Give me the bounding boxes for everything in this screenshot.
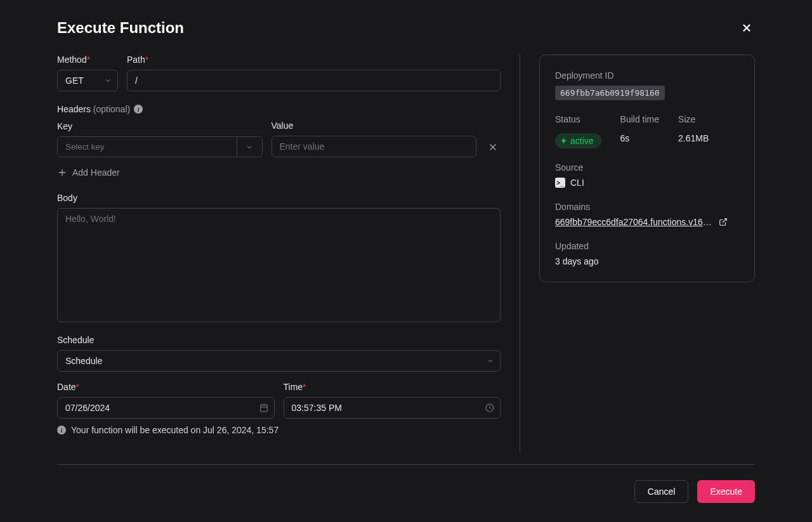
plus-icon: [57, 167, 67, 178]
modal-title: Execute Function: [57, 19, 184, 37]
date-input[interactable]: [57, 397, 275, 419]
schedule-label: Schedule: [57, 335, 501, 345]
time-label: Time*: [284, 382, 501, 392]
deployment-id-value[interactable]: 669fbb7a6b0919f98160: [555, 86, 665, 100]
deployment-id-label: Deployment ID: [555, 70, 739, 81]
key-label: Key: [57, 121, 263, 131]
cancel-button[interactable]: Cancel: [634, 480, 689, 503]
header-row: Key Value: [57, 121, 501, 157]
form-column: Method* GET Path*: [57, 55, 520, 453]
add-header-button[interactable]: Add Header: [57, 165, 120, 180]
date-label: Date*: [57, 382, 275, 392]
deployment-card: Deployment ID 669fbb7a6b0919f98160 Statu…: [539, 55, 755, 282]
external-link-icon: [719, 218, 728, 226]
size-value: 2.61MB: [678, 133, 709, 143]
path-group: Path*: [127, 55, 501, 91]
body-label: Body: [57, 193, 501, 203]
svg-line-11: [723, 219, 726, 223]
info-icon[interactable]: i: [134, 105, 143, 114]
body-input[interactable]: [57, 208, 501, 322]
header-value-input[interactable]: [272, 136, 477, 157]
build-time-label: Build time: [620, 114, 659, 124]
path-label: Path*: [127, 55, 501, 65]
path-input[interactable]: [127, 70, 501, 91]
body-group: Body: [57, 193, 501, 322]
header-key-dropdown-button[interactable]: [237, 137, 262, 157]
required-indicator: *: [76, 382, 79, 392]
method-select[interactable]: GET: [57, 70, 118, 91]
updated-label: Updated: [555, 241, 739, 251]
lightning-icon: [560, 137, 568, 145]
execute-button[interactable]: Execute: [697, 480, 755, 503]
status-label: Status: [555, 114, 601, 124]
info-icon: i: [57, 426, 66, 434]
size-label: Size: [678, 114, 709, 124]
updated-value: 3 days ago: [555, 256, 739, 266]
remove-header-button[interactable]: [485, 137, 501, 157]
domains-label: Domains: [555, 202, 739, 212]
source-label: Source: [555, 162, 739, 173]
status-badge: active: [555, 133, 601, 148]
modal-footer: Cancel Execute: [57, 464, 755, 503]
build-time-value: 6s: [620, 133, 659, 143]
execute-function-modal: Execute Function Method* GET: [0, 0, 812, 522]
headers-label: Headers (optional): [57, 104, 130, 114]
terminal-icon: >_: [555, 178, 565, 188]
source-value: >_ CLI: [555, 178, 739, 188]
domain-link[interactable]: 669fbb79ecc6dfa27064.functions.v16.a…: [555, 217, 739, 227]
time-group: Time*: [284, 382, 501, 419]
close-button[interactable]: [738, 20, 755, 36]
schedule-select[interactable]: Schedule: [57, 350, 501, 372]
header-key-input[interactable]: [58, 137, 237, 157]
headers-section: Headers (optional) i Key: [57, 104, 501, 180]
close-icon: [488, 142, 498, 152]
chevron-down-icon: [246, 143, 253, 151]
close-icon: [741, 22, 752, 34]
modal-body: Method* GET Path*: [57, 55, 755, 453]
schedule-group: Schedule Schedule: [57, 335, 501, 372]
method-group: Method* GET: [57, 55, 118, 91]
value-label: Value: [272, 121, 477, 131]
side-column: Deployment ID 669fbb7a6b0919f98160 Statu…: [539, 55, 755, 453]
modal-header: Execute Function: [57, 19, 755, 37]
schedule-note: i Your function will be executed on Jul …: [57, 425, 501, 435]
date-group: Date*: [57, 382, 275, 419]
required-indicator: *: [303, 382, 306, 392]
required-indicator: *: [145, 55, 148, 65]
header-key-select[interactable]: [57, 136, 263, 157]
method-label: Method*: [57, 55, 118, 65]
required-indicator: *: [87, 55, 90, 65]
time-input[interactable]: [284, 397, 501, 419]
